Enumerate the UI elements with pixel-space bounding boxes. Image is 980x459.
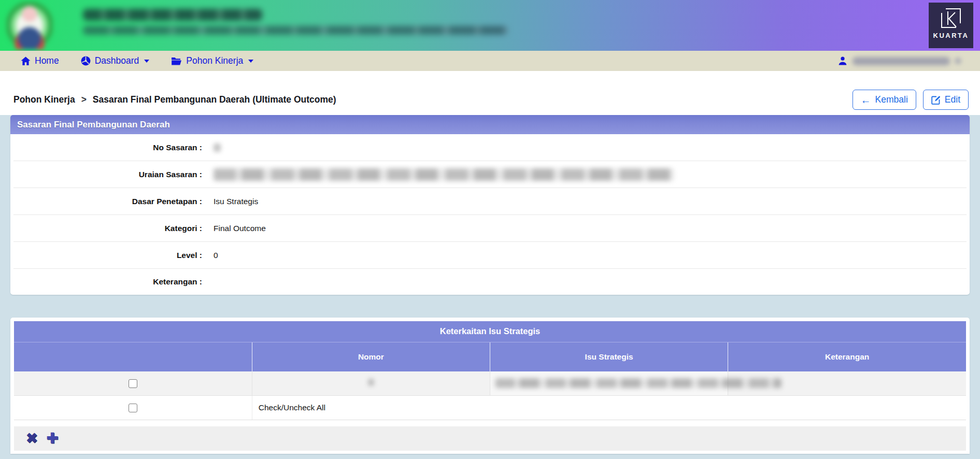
field-label: Keterangan : xyxy=(13,277,202,286)
breadcrumb-current: Sasaran Final Pembangunan Daerah (Ultima… xyxy=(93,94,336,105)
back-button[interactable]: ← Kembali xyxy=(853,90,916,110)
main-content: Sasaran Final Pembangunan Daerah No Sasa… xyxy=(0,115,980,454)
kuarta-wordmark: KUARTA xyxy=(933,32,969,39)
field-label: No Sasaran : xyxy=(13,143,202,152)
home-icon xyxy=(21,56,31,66)
folder-icon xyxy=(171,56,182,65)
table-toolbar: ✖ ✚ xyxy=(14,426,966,451)
edit-pencil-icon xyxy=(931,95,941,105)
table-row xyxy=(14,371,966,395)
redacted-no-sasaran-value xyxy=(214,144,221,152)
row-checkbox[interactable] xyxy=(129,379,137,388)
redacted-nomor-cell xyxy=(368,379,374,386)
nav-item-dashboard[interactable]: Dashboard xyxy=(81,55,150,66)
field-label: Uraian Sasaran : xyxy=(13,170,202,179)
check-all-checkbox[interactable] xyxy=(129,404,137,412)
user-icon xyxy=(837,56,848,66)
field-label: Dasar Penetapan : xyxy=(13,197,202,206)
field-row-kategori: Kategori : Final Outcome xyxy=(13,215,967,242)
page-actions: ← Kembali Edit xyxy=(853,90,969,110)
breadcrumb: Pohon Kinerja > Sasaran Final Pembanguna… xyxy=(13,94,336,105)
breadcrumb-separator: > xyxy=(81,94,87,105)
chevron-down-icon xyxy=(248,60,253,63)
nav-home-label: Home xyxy=(35,55,59,66)
chevron-down-icon xyxy=(144,60,149,63)
redacted-uraian-sasaran-value xyxy=(214,168,674,181)
column-header-isu-strategis: Isu Strategis xyxy=(490,342,728,371)
nav-item-home[interactable]: Home xyxy=(21,55,59,66)
nav-item-pohon-kinerja[interactable]: Pohon Kinerja xyxy=(171,55,253,66)
check-all-label: Check/Uncheck All xyxy=(252,395,966,420)
app-header: KUARTA xyxy=(0,0,980,51)
field-row-uraian-sasaran: Uraian Sasaran : xyxy=(13,161,967,188)
column-header-nomor: Nomor xyxy=(252,342,490,371)
check-all-row: Check/Uncheck All xyxy=(14,395,966,420)
field-label: Level : xyxy=(13,251,202,260)
table-title: Keterkaitan Isu Strategis xyxy=(14,321,966,342)
field-row-no-sasaran: No Sasaran : xyxy=(13,134,967,161)
breadcrumb-root[interactable]: Pohon Kinerja xyxy=(13,94,75,105)
kuarta-logo: KUARTA xyxy=(929,3,973,48)
card-title: Sasaran Final Pembangunan Daerah xyxy=(10,115,970,134)
user-menu[interactable] xyxy=(837,56,961,66)
redacted-app-subtitle xyxy=(83,26,508,35)
field-value: 0 xyxy=(202,251,218,260)
field-row-keterangan: Keterangan : xyxy=(13,269,967,295)
isu-strategis-card: Keterkaitan Isu Strategis Nomor Isu Stra… xyxy=(10,318,970,454)
column-header-checkbox xyxy=(14,342,252,371)
province-logo xyxy=(6,2,53,49)
sasaran-detail-card: Sasaran Final Pembangunan Daerah No Sasa… xyxy=(10,115,970,295)
redacted-username xyxy=(853,57,950,65)
nav-dashboard-label: Dashboard xyxy=(95,55,139,66)
field-row-dasar-penetapan: Dasar Penetapan : Isu Strategis xyxy=(13,188,967,215)
edit-button-label: Edit xyxy=(945,94,960,105)
field-row-level: Level : 0 xyxy=(13,242,967,269)
dashboard-icon xyxy=(81,56,91,66)
delete-icon[interactable]: ✖ xyxy=(26,432,38,446)
kuarta-k-icon xyxy=(939,6,963,30)
field-value: Isu Strategis xyxy=(202,197,258,206)
column-header-keterangan: Keterangan xyxy=(728,342,966,371)
nav-pohon-kinerja-label: Pohon Kinerja xyxy=(186,55,243,66)
redacted-app-title xyxy=(83,9,262,21)
isu-strategis-table: Keterkaitan Isu Strategis Nomor Isu Stra… xyxy=(14,321,966,420)
field-label: Kategori : xyxy=(13,224,202,233)
redacted-user-caret xyxy=(955,58,961,64)
back-button-label: Kembali xyxy=(875,94,908,105)
breadcrumb-band: Pohon Kinerja > Sasaran Final Pembanguna… xyxy=(0,71,980,115)
main-nav: Home Dashboard Pohon Kinerja xyxy=(0,51,980,71)
edit-button[interactable]: Edit xyxy=(923,90,969,110)
redacted-isu-strategis-cell xyxy=(495,378,782,388)
add-icon[interactable]: ✚ xyxy=(47,432,59,446)
field-value: Final Outcome xyxy=(202,224,266,233)
back-arrow-icon: ← xyxy=(861,95,871,105)
